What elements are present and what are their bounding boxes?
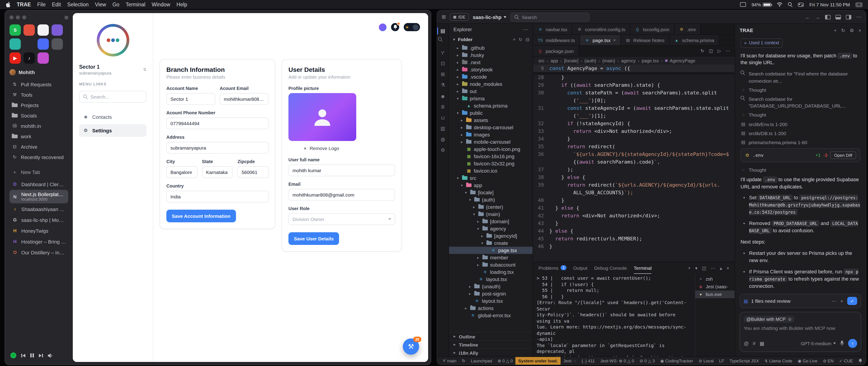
activity-bar-icon[interactable]: ▤	[438, 26, 448, 36]
tree-item[interactable]: ▸ out	[449, 88, 532, 95]
tree-item[interactable]: ▸ [domain]	[449, 218, 532, 225]
app-menu-icon[interactable]: ⊞	[442, 14, 446, 20]
tree-item[interactable]: ▸ (unauth)	[449, 283, 532, 290]
breadcrumb-item[interactable]: app	[550, 58, 564, 63]
activity-bar-icon[interactable]: ⊔	[438, 113, 448, 123]
attach-image-icon[interactable]: ▦	[760, 340, 765, 346]
terminal-session[interactable]: ◉ Jest (saas-	[695, 283, 735, 291]
menubar-menu-item[interactable]: Edit	[52, 2, 61, 7]
composer-placeholder[interactable]: You are chatting with Builder with MCP n…	[744, 325, 857, 336]
breadcrumb-item[interactable]: [locale]	[564, 58, 584, 63]
more-actions-icon[interactable]: ⋯	[856, 14, 861, 20]
activity-bar-icon[interactable]: ⊡	[438, 59, 448, 68]
editor-more-icon[interactable]: ⋯	[725, 48, 730, 53]
window-controls[interactable]: ⊞	[9, 15, 68, 20]
status-bar-item[interactable]: ⊘ Local	[696, 357, 717, 365]
account-email-input[interactable]	[220, 93, 269, 105]
save-account-button[interactable]: Save Account Information	[166, 210, 236, 222]
back-button[interactable]: ←	[805, 14, 810, 20]
ide-badge[interactable]: ▦IDE	[450, 13, 469, 21]
status-bar-item[interactable]: ϒ main	[440, 357, 459, 365]
sidebar-folder-item[interactable]: ⊟ Archive	[9, 141, 68, 152]
tree-item[interactable]: ▾ [locale]	[449, 189, 532, 196]
breadcrumb-item[interactable]: page.tsx	[642, 58, 665, 63]
context-chip[interactable]: »Used 1 context	[741, 38, 783, 48]
pinned-app-tile[interactable]	[37, 38, 49, 50]
tree-item[interactable]: ▦ favicon-16x16.png	[449, 153, 532, 160]
activity-bar-icon[interactable]: ▥	[438, 124, 448, 133]
spotlight-search-icon[interactable]	[788, 2, 793, 7]
tree-item[interactable]: ▾ prisma	[449, 95, 532, 102]
run-file-icon[interactable]: ▷	[718, 48, 721, 53]
sidebar-folder-item[interactable]: Ⓜ mohith.in	[9, 121, 68, 131]
status-bar-item[interactable]: ⊗ 0 △ 0	[495, 357, 516, 365]
terminal-session[interactable]: ● bun.exe	[695, 291, 735, 298]
toggle-right-sidebar-icon[interactable]	[846, 15, 851, 19]
sidebar-folder-item[interactable]: ⇅ Pull Requests	[9, 79, 68, 90]
tree-item[interactable]: ⚛ layout.tsx	[449, 276, 532, 283]
code-editor[interactable]: 9 const AgencyPage = async ({ 28 } 29 if…	[533, 65, 735, 262]
breadcrumb-item[interactable]: src	[538, 58, 550, 63]
panel-more-icon[interactable]: ⋯	[711, 265, 715, 270]
send-button[interactable]: ↑	[848, 339, 857, 348]
sidebar-toggle-icon[interactable]: ⊞	[64, 15, 68, 20]
org-selector[interactable]: Sector 1 subramanyapura ⇅	[79, 64, 147, 75]
wifi-icon[interactable]	[777, 2, 783, 7]
activity-bar-icon[interactable]: ⚗	[438, 80, 448, 90]
activity-bar-icon[interactable]: ☻	[438, 91, 448, 101]
tree-item[interactable]: ▦ apple-touch-icon.png	[449, 145, 532, 153]
remove-logo-button[interactable]: × Remove Logo	[288, 145, 395, 151]
tree-item[interactable]: ▸ desktop-carrousel	[449, 124, 532, 131]
menubar-menu-item[interactable]: Selection	[67, 2, 89, 7]
pinned-app-tile[interactable]	[37, 24, 49, 36]
state-input[interactable]	[202, 166, 233, 178]
accept-all-button[interactable]: ✓	[847, 297, 857, 305]
activity-bar-icon[interactable]: ≣	[438, 102, 448, 111]
terminal-session[interactable]: > zsh	[695, 275, 735, 283]
hash-icon[interactable]: #	[753, 341, 755, 346]
screen-record-indicator[interactable]	[855, 2, 863, 7]
explorer-section[interactable]: ▸Outline	[449, 332, 532, 340]
tree-item[interactable]: ▸ node_modules	[449, 80, 532, 88]
activity-bar-icon[interactable]	[438, 37, 448, 46]
panel-tab[interactable]: Terminal	[633, 262, 651, 274]
pinned-app-tile[interactable]	[37, 53, 49, 64]
terminal-output[interactable]: > 53 | const user = await currentUser();…	[533, 274, 695, 357]
editor-tab[interactable]: ⚛ navbar.tsx ×	[533, 24, 572, 34]
tree-item[interactable]: ▾ app	[449, 181, 532, 189]
page-nav-item[interactable]: ☻ Contacts	[79, 111, 147, 123]
status-bar-item[interactable]: ◉ Go Live	[795, 358, 820, 363]
tree-item[interactable]: ▸ assets	[449, 117, 532, 124]
collapse-folders-icon[interactable]: ⊟	[526, 37, 529, 42]
menubar-menu-item[interactable]: Go	[112, 2, 119, 7]
status-bar-item[interactable]: ⊘ 0 △ 3	[637, 357, 657, 365]
browser-tab[interactable]: D Dashboard | Clerk.com	[9, 179, 68, 189]
tree-item[interactable]: ⚛ layout.tsx	[449, 297, 532, 304]
status-bar-item[interactable]: Jest-WS: ⊗ 0 △ 0	[598, 357, 637, 365]
browser-tab[interactable]: G saas-lic-shp | Mohith-K...	[9, 214, 68, 225]
menubar-menu-item[interactable]: File	[37, 2, 46, 7]
open-diff-button[interactable]: Open Diff	[830, 152, 856, 159]
chat-thread[interactable]: »Used 1 context I'll scan for database e…	[735, 37, 866, 291]
terminal-picker-icon[interactable]: ▾	[695, 265, 698, 270]
tree-item[interactable]: ▾ agency	[449, 225, 532, 232]
new-file-icon[interactable]: +	[513, 37, 516, 42]
editor-tab[interactable]: {} tsconfig.json ×	[630, 24, 674, 34]
pinned-app-tile[interactable]	[24, 38, 35, 50]
browser-profile[interactable]: Mohith	[9, 69, 68, 75]
tree-item[interactable]: ▸ actions	[449, 304, 532, 312]
project-switcher[interactable]: saas-lic-shp	[473, 14, 506, 20]
editor-tab[interactable]: ⚙ .env ×	[674, 24, 701, 34]
split-terminal-icon[interactable]: ◫	[702, 265, 706, 270]
zoom-window-button[interactable]	[22, 15, 26, 20]
menubar-menu-item[interactable]: View	[95, 2, 106, 7]
refresh-icon[interactable]: ↻	[701, 48, 704, 53]
breadcrumb-item[interactable]: AgencyPage	[665, 58, 695, 63]
tree-item[interactable]: ▸ (center)	[449, 203, 532, 210]
support-fab-button[interactable]: ⚒ 20	[403, 338, 419, 355]
breadcrumb-item[interactable]: (auth)	[585, 58, 602, 63]
panel-tab[interactable]: Problems 1	[538, 262, 566, 274]
volume-icon[interactable]	[48, 353, 53, 358]
menubar-menu-item[interactable]: Help	[177, 2, 187, 7]
tree-item[interactable]: ▸ .husky	[449, 52, 532, 59]
